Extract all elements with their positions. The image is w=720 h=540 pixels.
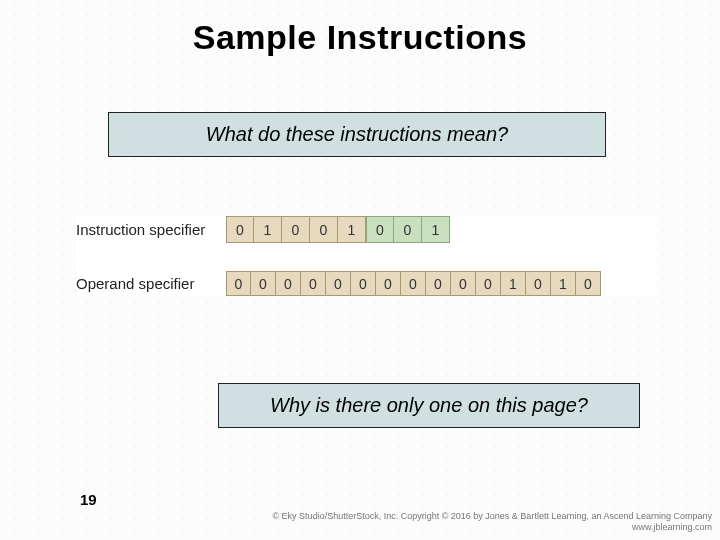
bit-cell: 0 bbox=[451, 271, 476, 296]
bit-cell: 1 bbox=[551, 271, 576, 296]
page-number: 19 bbox=[80, 491, 97, 508]
bit-cell: 0 bbox=[226, 271, 251, 296]
instruction-figure: Instruction specifier 0 1 0 0 1 0 0 1 Op… bbox=[76, 216, 656, 296]
bit-cell: 1 bbox=[254, 216, 282, 243]
bit-cell: 0 bbox=[282, 216, 310, 243]
operand-specifier-label: Operand specifier bbox=[76, 275, 226, 292]
bit-cell: 1 bbox=[501, 271, 526, 296]
bit-cell: 0 bbox=[326, 271, 351, 296]
operand-specifier-row: Operand specifier 0 0 0 0 0 0 0 0 0 0 0 … bbox=[76, 271, 656, 296]
bit-cell: 0 bbox=[301, 271, 326, 296]
bit-cell: 1 bbox=[422, 216, 450, 243]
bit-cell: 0 bbox=[526, 271, 551, 296]
bit-cell: 0 bbox=[310, 216, 338, 243]
copyright-block: © Eky Studio/ShutterStock, Inc. Copyrigh… bbox=[272, 511, 712, 534]
bit-cell: 0 bbox=[226, 216, 254, 243]
instruction-specifier-row: Instruction specifier 0 1 0 0 1 0 0 1 bbox=[76, 216, 656, 243]
question-box-2: Why is there only one on this page? bbox=[218, 383, 640, 428]
slide-title: Sample Instructions bbox=[0, 18, 720, 57]
copyright-url: www.jblearning.com bbox=[272, 522, 712, 534]
bit-cell: 0 bbox=[251, 271, 276, 296]
bit-cell: 1 bbox=[338, 216, 366, 243]
bit-cell: 0 bbox=[366, 216, 394, 243]
bit-cell: 0 bbox=[576, 271, 601, 296]
bit-cell: 0 bbox=[394, 216, 422, 243]
instruction-specifier-bits: 0 1 0 0 1 0 0 1 bbox=[226, 216, 450, 243]
bit-cell: 0 bbox=[476, 271, 501, 296]
bit-cell: 0 bbox=[351, 271, 376, 296]
question-box-1: What do these instructions mean? bbox=[108, 112, 606, 157]
bit-cell: 0 bbox=[426, 271, 451, 296]
operand-specifier-bits: 0 0 0 0 0 0 0 0 0 0 0 1 0 1 0 bbox=[226, 271, 601, 296]
bit-cell: 0 bbox=[401, 271, 426, 296]
copyright-text: © Eky Studio/ShutterStock, Inc. Copyrigh… bbox=[272, 511, 712, 523]
bit-cell: 0 bbox=[276, 271, 301, 296]
instruction-specifier-label: Instruction specifier bbox=[76, 221, 226, 238]
bit-cell: 0 bbox=[376, 271, 401, 296]
